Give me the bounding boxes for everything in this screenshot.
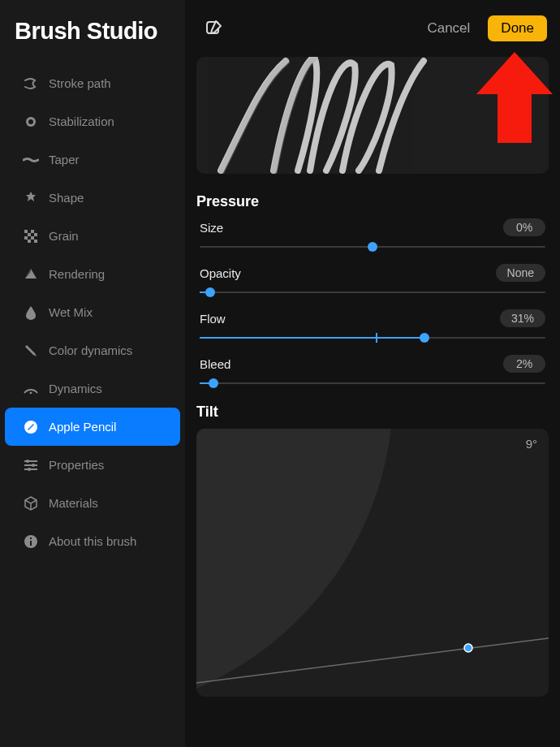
slider-label: Size bbox=[200, 221, 223, 235]
done-button[interactable]: Done bbox=[488, 15, 547, 41]
wet-mix-icon bbox=[23, 304, 39, 321]
sidebar-item-label: Shape bbox=[49, 191, 84, 205]
sidebar-item-dynamics[interactable]: Dynamics bbox=[5, 369, 180, 408]
stroke-path-icon bbox=[23, 76, 39, 92]
sidebar-item-shape[interactable]: Shape bbox=[5, 179, 180, 217]
svg-point-16 bbox=[32, 464, 35, 467]
app-title: Brush Studio bbox=[0, 18, 185, 45]
svg-rect-3 bbox=[31, 230, 34, 233]
sidebar-item-label: Grain bbox=[49, 229, 79, 243]
svg-rect-2 bbox=[24, 230, 28, 233]
sidebar-item-materials[interactable]: Materials bbox=[5, 484, 180, 522]
slider-value: None bbox=[496, 264, 545, 282]
slider-size[interactable]: Size 0% bbox=[196, 218, 549, 248]
slider-value: 0% bbox=[503, 218, 545, 236]
shape-icon bbox=[23, 190, 39, 206]
slider-thumb[interactable] bbox=[420, 333, 429, 343]
sidebar-item-label: Materials bbox=[49, 496, 98, 510]
cancel-button[interactable]: Cancel bbox=[427, 20, 470, 37]
slider-label: Bleed bbox=[200, 357, 230, 371]
svg-point-1 bbox=[28, 119, 33, 124]
sidebar-item-properties[interactable]: Properties bbox=[5, 446, 180, 484]
brush-preview bbox=[196, 57, 549, 174]
svg-point-23 bbox=[464, 644, 472, 652]
slider-thumb[interactable] bbox=[368, 242, 377, 252]
svg-rect-5 bbox=[34, 233, 37, 236]
properties-icon bbox=[23, 457, 39, 473]
sidebar-item-label: Properties bbox=[49, 458, 104, 472]
slider-opacity[interactable]: Opacity None bbox=[196, 264, 549, 293]
sidebar-item-rendering[interactable]: Rendering bbox=[5, 255, 180, 293]
svg-rect-9 bbox=[34, 240, 37, 243]
svg-point-10 bbox=[30, 391, 32, 394]
sidebar-item-stroke-path[interactable]: Stroke path bbox=[5, 64, 180, 102]
svg-rect-7 bbox=[31, 236, 34, 240]
sidebar-item-grain[interactable]: Grain bbox=[5, 217, 180, 255]
color-dynamics-icon bbox=[23, 343, 39, 359]
sidebar-item-label: About this brush bbox=[49, 534, 136, 548]
sidebar-item-label: Apple Pencil bbox=[49, 420, 116, 434]
main-panel: Cancel Done Pressure Size 0% bbox=[185, 0, 560, 747]
sidebar-item-about[interactable]: About this brush bbox=[5, 522, 180, 560]
sidebar-item-taper[interactable]: Taper bbox=[5, 140, 180, 179]
sidebar-item-label: Color dynamics bbox=[49, 343, 132, 357]
slider-thumb[interactable] bbox=[209, 378, 218, 388]
slider-track[interactable] bbox=[200, 291, 545, 293]
sidebar-item-label: Dynamics bbox=[49, 382, 102, 395]
sidebar-item-label: Stroke path bbox=[49, 76, 111, 90]
about-icon bbox=[23, 533, 39, 550]
slider-label: Flow bbox=[200, 312, 226, 326]
svg-point-15 bbox=[26, 460, 29, 463]
sidebar-item-label: Rendering bbox=[49, 267, 105, 281]
slider-thumb[interactable] bbox=[205, 287, 215, 297]
sidebar-item-label: Taper bbox=[49, 153, 80, 166]
tilt-title: Tilt bbox=[196, 404, 549, 421]
slider-bleed[interactable]: Bleed 2% bbox=[196, 355, 549, 384]
apple-pencil-icon bbox=[23, 419, 39, 435]
svg-rect-6 bbox=[24, 236, 28, 240]
edit-button[interactable] bbox=[205, 19, 222, 37]
svg-rect-4 bbox=[28, 233, 31, 236]
tilt-value: 9° bbox=[526, 437, 537, 451]
sidebar: Brush Studio Stroke path Stabilization T… bbox=[0, 0, 185, 747]
slider-label: Opacity bbox=[200, 266, 241, 280]
sidebar-item-label: Wet Mix bbox=[49, 305, 93, 319]
rendering-icon bbox=[23, 266, 39, 283]
slider-value: 2% bbox=[503, 355, 545, 373]
materials-icon bbox=[23, 495, 39, 512]
svg-rect-8 bbox=[28, 240, 31, 243]
slider-track[interactable] bbox=[200, 246, 545, 248]
grain-icon bbox=[23, 228, 39, 244]
sidebar-item-stabilization[interactable]: Stabilization bbox=[5, 102, 180, 140]
sidebar-item-apple-pencil[interactable]: Apple Pencil bbox=[5, 408, 180, 446]
slider-track[interactable] bbox=[200, 382, 545, 384]
sidebar-item-label: Stabilization bbox=[49, 114, 114, 128]
taper-icon bbox=[23, 152, 39, 168]
slider-track[interactable] bbox=[200, 337, 545, 339]
dynamics-icon bbox=[23, 381, 39, 397]
svg-rect-19 bbox=[30, 541, 32, 546]
svg-point-17 bbox=[28, 468, 31, 471]
pressure-title: Pressure bbox=[196, 193, 549, 210]
sidebar-item-wet-mix[interactable]: Wet Mix bbox=[5, 293, 180, 331]
slider-value: 31% bbox=[500, 309, 545, 327]
sidebar-item-color-dynamics[interactable]: Color dynamics bbox=[5, 331, 180, 369]
svg-rect-20 bbox=[30, 538, 32, 539]
slider-flow[interactable]: Flow 31% bbox=[196, 309, 549, 339]
tilt-graph[interactable]: 9° bbox=[196, 429, 549, 697]
topbar: Cancel Done bbox=[196, 0, 549, 57]
stabilization-icon bbox=[23, 114, 39, 130]
